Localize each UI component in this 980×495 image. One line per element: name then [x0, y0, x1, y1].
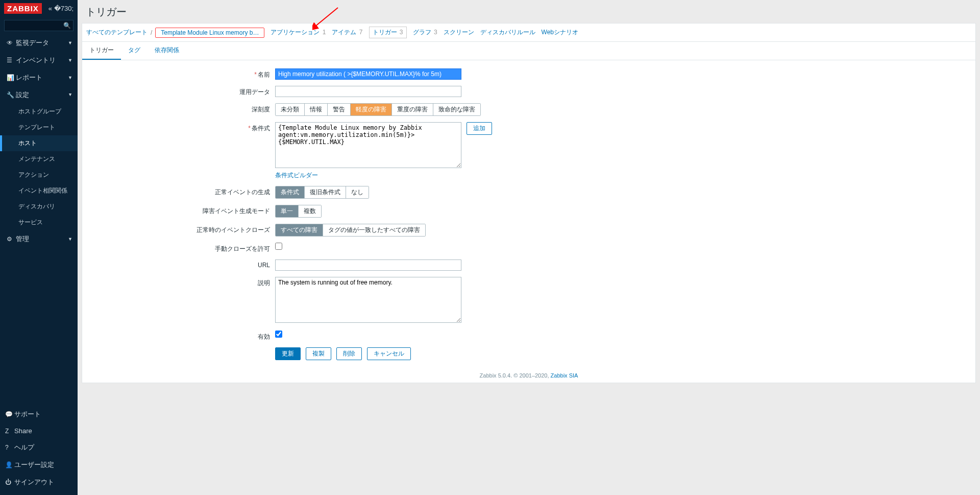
- clone-button[interactable]: 複製: [306, 347, 331, 360]
- sev-high[interactable]: 重度の障害: [392, 104, 433, 115]
- problem-mode-multiple[interactable]: 複数: [299, 205, 321, 217]
- sev-info[interactable]: 情報: [305, 104, 328, 115]
- url-input[interactable]: [275, 260, 461, 271]
- bc-items-count: 7: [359, 29, 363, 36]
- sev-disaster[interactable]: 致命的な障害: [433, 104, 480, 115]
- label-ok-close: 正常時のイベントクローズ: [197, 226, 270, 233]
- manual-close-checkbox[interactable]: [275, 243, 282, 250]
- label-name: 名前: [258, 71, 270, 78]
- bc-web[interactable]: Webシナリオ: [542, 28, 578, 37]
- nav-support[interactable]: 💬サポート: [0, 406, 78, 423]
- enabled-checkbox[interactable]: [275, 331, 282, 338]
- nav-configuration[interactable]: 🔧設定▲: [0, 86, 78, 104]
- severity-selector: 未分類 情報 警告 軽度の障害 重度の障害 致命的な障害: [275, 103, 481, 116]
- subnav-maintenance[interactable]: メンテナンス: [0, 151, 78, 167]
- label-description: 説明: [258, 279, 270, 287]
- gear-icon: ⚙: [7, 235, 16, 243]
- eye-icon: 👁: [7, 39, 16, 46]
- bc-discovery[interactable]: ディスカバリルール: [480, 28, 535, 37]
- subnav-templates[interactable]: テンプレート: [0, 120, 78, 135]
- logo: ZABBIX: [4, 3, 42, 14]
- expression-textarea[interactable]: [275, 122, 461, 168]
- ok-event-selector: 条件式 復旧条件式 なし: [275, 186, 369, 199]
- update-button[interactable]: 更新: [275, 347, 301, 360]
- ok-close-all[interactable]: すべての障害: [276, 224, 323, 236]
- tab-trigger[interactable]: トリガー: [82, 42, 121, 60]
- nav-reports[interactable]: 📊レポート▼: [0, 69, 78, 86]
- subnav-actions[interactable]: アクション: [0, 167, 78, 183]
- sev-average[interactable]: 軽度の障害: [351, 104, 392, 115]
- label-opdata: 運用データ: [239, 88, 270, 96]
- bc-all-templates[interactable]: すべてのテンプレート: [86, 28, 148, 37]
- bc-graphs-count: 3: [434, 29, 437, 36]
- description-textarea[interactable]: [275, 277, 461, 323]
- label-severity: 深刻度: [252, 106, 270, 113]
- ok-close-tags[interactable]: タグの値が一致したすべての障害: [323, 224, 425, 236]
- bc-items[interactable]: アイテム: [332, 29, 356, 36]
- user-icon: 👤: [5, 461, 14, 468]
- subnav-hostgroups[interactable]: ホストグループ: [0, 104, 78, 120]
- nav-admin[interactable]: ⚙管理▼: [0, 230, 78, 248]
- label-expression: 条件式: [252, 125, 270, 132]
- subnav-correlation[interactable]: イベント相関関係: [0, 183, 78, 199]
- wrench-icon: 🔧: [7, 91, 16, 99]
- footer: Zabbix 5.0.4. © 2001–2020, Zabbix SIA: [82, 365, 975, 383]
- tabs: トリガー タグ 依存関係: [82, 42, 975, 60]
- tab-tags[interactable]: タグ: [121, 42, 148, 60]
- bc-graphs[interactable]: グラフ: [413, 29, 431, 36]
- expression-add-button[interactable]: 追加: [467, 122, 492, 135]
- nav-signout[interactable]: ⏻サインアウト: [0, 474, 78, 491]
- subnav-services[interactable]: サービス: [0, 215, 78, 230]
- delete-button[interactable]: 削除: [336, 347, 362, 360]
- ok-event-none[interactable]: なし: [346, 186, 369, 198]
- support-icon: 💬: [5, 411, 14, 418]
- footer-link[interactable]: Zabbix SIA: [551, 372, 578, 379]
- label-ok-event: 正常イベントの生成: [215, 188, 270, 196]
- help-icon: ?: [5, 444, 14, 451]
- bc-triggers-count: 3: [400, 29, 403, 36]
- ok-event-expr[interactable]: 条件式: [276, 186, 305, 198]
- nav-user[interactable]: 👤ユーザー設定: [0, 456, 78, 474]
- subnav-hosts[interactable]: ホスト: [0, 135, 78, 151]
- label-enabled: 有効: [258, 333, 270, 340]
- signout-icon: ⏻: [5, 479, 14, 486]
- problem-mode-single[interactable]: 単一: [276, 205, 299, 217]
- ok-event-recovery[interactable]: 復旧条件式: [305, 186, 346, 198]
- bc-triggers[interactable]: トリガー: [373, 29, 397, 36]
- search-icon[interactable]: 🔍: [63, 22, 71, 29]
- list-icon: ☰: [7, 57, 16, 64]
- nav-inventory[interactable]: ☰インベントリ▼: [0, 52, 78, 69]
- sev-not-classified[interactable]: 未分類: [276, 104, 305, 115]
- label-manual-close: 手動クローズを許可: [215, 245, 270, 252]
- tab-deps[interactable]: 依存関係: [148, 42, 186, 60]
- bc-applications[interactable]: アプリケーション: [271, 29, 320, 36]
- label-problem-mode: 障害イベント生成モード: [203, 207, 270, 215]
- nav-help[interactable]: ?ヘルプ: [0, 439, 78, 456]
- nav-monitoring[interactable]: 👁監視データ▼: [0, 34, 78, 52]
- sidebar-collapse-button[interactable]: « �730;: [48, 5, 74, 12]
- label-url: URL: [258, 262, 270, 269]
- name-input[interactable]: [275, 68, 461, 80]
- expression-builder-link[interactable]: 条件式ビルダー: [275, 172, 318, 179]
- bc-screens[interactable]: スクリーン: [444, 28, 474, 37]
- nav-share[interactable]: ZShare: [0, 423, 78, 439]
- opdata-input[interactable]: [275, 86, 461, 97]
- breadcrumb: すべてのテンプレート / Template Module Linux memor…: [82, 23, 976, 42]
- subnav-discovery[interactable]: ディスカバリ: [0, 199, 78, 215]
- ok-close-selector: すべての障害 タグの値が一致したすべての障害: [275, 224, 426, 237]
- bc-applications-count: 1: [323, 29, 326, 36]
- chart-icon: 📊: [7, 74, 16, 81]
- problem-mode-selector: 単一 複数: [275, 205, 322, 218]
- cancel-button[interactable]: キャンセル: [367, 347, 411, 360]
- share-icon: Z: [5, 428, 14, 435]
- page-title: トリガー: [82, 0, 976, 23]
- sev-warning[interactable]: 警告: [328, 104, 351, 115]
- bc-template[interactable]: Template Module Linux memory b…: [155, 28, 264, 38]
- bc-sep: /: [151, 29, 152, 36]
